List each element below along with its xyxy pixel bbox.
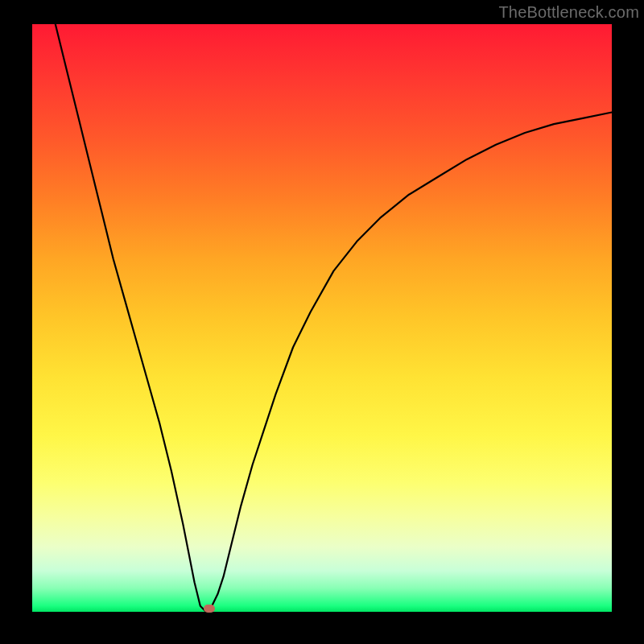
plot-area (32, 24, 612, 612)
chart-frame: TheBottleneck.com (0, 0, 644, 644)
bottleneck-curve (32, 24, 612, 612)
minimum-marker (204, 605, 215, 613)
curve-path (56, 24, 612, 612)
watermark-text: TheBottleneck.com (498, 3, 639, 22)
